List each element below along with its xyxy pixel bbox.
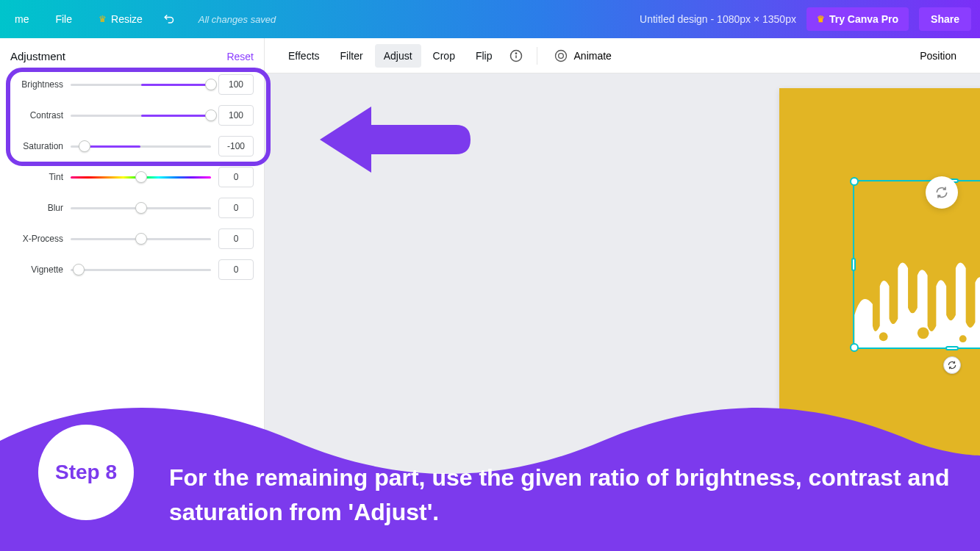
slider-label: Saturation (10, 141, 71, 151)
slider-thumb[interactable] (135, 171, 147, 183)
svg-point-7 (918, 327, 929, 339)
context-toolbar: Effects Filter Adjust Crop Flip Animate … (265, 38, 980, 73)
slider-value-input[interactable]: 0 (218, 228, 254, 249)
crop-button[interactable]: Crop (424, 44, 464, 68)
slider-row-contrast: Contrast100 (10, 105, 254, 126)
slider-thumb[interactable] (205, 109, 217, 121)
slider-value-input[interactable]: 100 (218, 74, 254, 95)
slider-blur[interactable] (71, 202, 211, 214)
resize-handle-b[interactable] (945, 346, 959, 350)
resize-label: Resize (111, 13, 143, 25)
slider-label: Vignette (10, 264, 71, 275)
slider-label: Blur (10, 203, 71, 213)
info-icon[interactable] (504, 44, 528, 68)
resize-handle-bl[interactable] (850, 343, 859, 352)
design-title[interactable]: Untitled design - 1080px × 1350px (640, 13, 796, 25)
try-pro-label: Try Canva Pro (829, 13, 898, 25)
flip-button[interactable]: Flip (467, 44, 501, 68)
banner-text: For the remaining part, use the given ra… (169, 461, 965, 529)
slider-contrast[interactable] (71, 109, 211, 121)
slider-value-input[interactable]: 0 (218, 198, 254, 218)
position-button[interactable]: Position (911, 44, 965, 68)
reset-button[interactable]: Reset (226, 51, 254, 62)
crown-icon: ♛ (817, 14, 825, 24)
slider-saturation[interactable] (71, 140, 211, 152)
slider-thumb[interactable] (135, 202, 147, 214)
refresh-float-button[interactable] (926, 176, 958, 209)
slider-row-x-process: X-Process0 (10, 228, 254, 249)
save-status: All changes saved (198, 14, 276, 25)
slider-thumb[interactable] (79, 140, 90, 152)
animate-label: Animate (574, 50, 612, 62)
slider-label: Brightness (10, 79, 71, 90)
svg-point-6 (879, 332, 888, 341)
slider-row-blur: Blur0 (10, 198, 254, 218)
filter-button[interactable]: Filter (332, 44, 372, 68)
svg-point-8 (959, 335, 967, 342)
slider-label: Tint (10, 172, 71, 182)
step-badge: Step 8 (38, 425, 134, 520)
animate-button[interactable]: Animate (546, 43, 619, 69)
slider-value-input[interactable]: 100 (218, 105, 254, 126)
selected-image[interactable] (854, 181, 980, 347)
try-pro-button[interactable]: ♛ Try Canva Pro (806, 7, 909, 31)
resize-handle-l[interactable] (851, 258, 856, 271)
slider-thumb[interactable] (73, 264, 85, 276)
resize-button[interactable]: ♛ Resize (93, 9, 149, 29)
slider-row-brightness: Brightness100 (10, 74, 254, 95)
slider-vignette[interactable] (71, 264, 211, 276)
share-button[interactable]: Share (919, 7, 971, 31)
slider-value-input[interactable]: -100 (218, 136, 254, 156)
slider-label: X-Process (10, 234, 71, 244)
slider-x-process[interactable] (71, 233, 211, 245)
effects-button[interactable]: Effects (279, 44, 329, 68)
adjust-button[interactable]: Adjust (375, 44, 421, 68)
tutorial-banner: Step 8 For the remaining part, use the g… (0, 389, 980, 551)
resize-handle-tl[interactable] (850, 177, 859, 186)
slider-brightness[interactable] (71, 79, 211, 90)
animate-icon (554, 48, 568, 63)
slider-thumb[interactable] (205, 79, 217, 90)
svg-point-3 (555, 50, 566, 61)
svg-point-2 (515, 53, 516, 54)
slider-row-vignette: Vignette0 (10, 259, 254, 280)
slider-label: Contrast (10, 110, 71, 120)
file-menu[interactable]: File (49, 9, 78, 29)
panel-title: Adjustment (10, 50, 65, 62)
rotate-handle[interactable] (943, 356, 961, 374)
slider-value-input[interactable]: 0 (218, 259, 254, 280)
slider-value-input[interactable]: 0 (218, 167, 254, 187)
slider-tint[interactable] (71, 171, 211, 183)
svg-point-4 (558, 53, 563, 58)
slider-thumb[interactable] (135, 233, 147, 245)
home-menu[interactable]: me (9, 9, 35, 29)
slider-row-tint: Tint0 (10, 167, 254, 187)
crown-icon: ♛ (99, 14, 107, 24)
selection-frame[interactable] (853, 180, 980, 349)
slider-row-saturation: Saturation-100 (10, 136, 254, 156)
undo-icon[interactable] (163, 12, 176, 27)
tutorial-arrow (316, 103, 471, 179)
top-menu-bar: me File ♛ Resize All changes saved Untit… (0, 0, 980, 38)
